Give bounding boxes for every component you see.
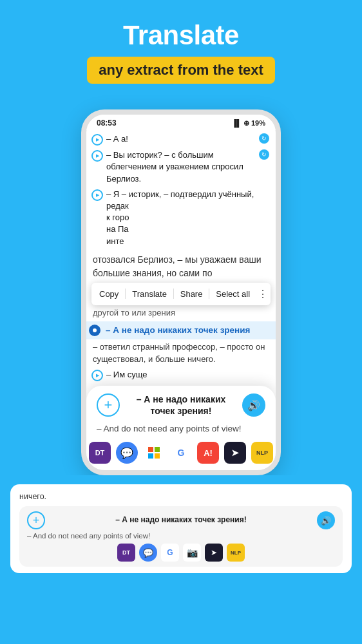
selection-handle-dot [93, 328, 97, 332]
bottom-app-icons: DT 💬 G 📷 ➤ NLP [27, 544, 335, 562]
av-label: A! [204, 448, 213, 458]
menu-separator-1 [125, 289, 126, 299]
play-button-3[interactable] [91, 189, 103, 201]
card-translation: – And do not need any points of view! [97, 421, 265, 439]
sync-icon-2[interactable]: ↻ [259, 149, 269, 160]
nlp-label: NLP [256, 450, 268, 456]
menu-separator-2 [173, 289, 174, 299]
status-time: 08:53 [97, 118, 117, 128]
app-icon-bubble[interactable]: 💬 [116, 442, 138, 464]
overlay-bg-text: отозвался Берлиоз, – мы уважаем ваши бол… [86, 252, 276, 281]
selected-text-block: – А не надо никаких точек зрения [86, 321, 276, 339]
bottom-card-secondary-text: ничего. [19, 491, 343, 504]
translate-menu-item[interactable]: Translate [127, 288, 172, 300]
selected-text: – А не надо никаких точек зрения [106, 325, 250, 335]
header-section: Translate any extract from the text [0, 0, 362, 94]
overlay-area: отозвался Берлиоз, – мы уважаем ваши бол… [86, 249, 276, 321]
app-icon-google[interactable]: G [170, 442, 192, 464]
list-item: – Я – историк, – подтвердил учённый, ред… [86, 187, 276, 249]
bottom-original-text: – А не надо никаких точек зрения! [50, 515, 312, 526]
app-icon-av[interactable]: A! [197, 442, 219, 464]
line-2-text: – Вы историк? – с большим облегчением и … [106, 149, 259, 185]
select-all-menu-item[interactable]: Select all [211, 288, 255, 300]
play-button-2[interactable] [91, 150, 103, 162]
divider-text: другой то или зрения [86, 307, 276, 319]
bottom-dt-icon[interactable]: DT [117, 544, 135, 562]
more-options-icon[interactable]: ⋮ [258, 288, 268, 300]
bottom-speaker-button[interactable]: 🔊 [317, 511, 335, 529]
bubble-icon: 💬 [120, 447, 133, 459]
speaker-icon: 🔊 [247, 399, 260, 412]
list-item: – Им суще [86, 367, 276, 383]
text-lines: – А а! ↻ – Вы историк? – с большим облег… [86, 130, 276, 249]
bottom-prompt-icon[interactable]: ➤ [205, 544, 223, 562]
menu-separator-3 [209, 289, 209, 299]
bottom-nlp-label: NLP [231, 550, 241, 556]
add-button[interactable]: + [97, 393, 120, 417]
bottom-dt-label: DT [122, 549, 130, 556]
app-icon-dt[interactable]: DT [89, 442, 111, 464]
subtitle-badge: any extract from the text [87, 57, 275, 84]
continued-text: – ответил странный профессор, – просто о… [86, 339, 276, 367]
status-icons: ▐▌ ⊕ 19% [231, 119, 265, 128]
app-icon-ms[interactable] [143, 442, 165, 464]
more-line-text: – Им суще [106, 369, 269, 381]
list-item: – А а! ↻ [86, 131, 276, 147]
dt-label: DT [95, 449, 105, 457]
ms-grid-icon [148, 447, 160, 459]
prompt-icon: ➤ [231, 448, 239, 458]
phone-mockup: 08:53 ▐▌ ⊕ 19% – А а! ↻ – Вы историк? – … [81, 109, 281, 475]
bottom-prompt-label: ➤ [211, 548, 217, 557]
selection-handle-left [89, 325, 100, 336]
list-item: – Вы историк? – с большим облегчением и … [86, 147, 276, 187]
bottom-section: ничего. + – А не надо никаких точек зрен… [0, 475, 362, 592]
play-button-1[interactable] [91, 134, 103, 146]
context-menu: Copy Translate Share Select all ⋮ [91, 283, 271, 305]
app-icon-nlp[interactable]: NLP [251, 442, 273, 464]
card-original-text: – А не надо никаких точек зрения! [126, 393, 236, 417]
bottom-nlp-icon[interactable]: NLP [227, 544, 245, 562]
signal-icon: ▐▌ [231, 119, 242, 127]
bottom-camera-icon[interactable]: 📷 [183, 544, 201, 562]
translation-card: + – А не надо никаких точек зрения! 🔊 – … [86, 386, 276, 470]
bottom-card: ничего. + – А не надо никаких точек зрен… [10, 484, 352, 573]
speaker-button[interactable]: 🔊 [242, 393, 265, 417]
bottom-mini-card: + – А не надо никаких точек зрения! 🔊 – … [19, 506, 343, 567]
copy-menu-item[interactable]: Copy [94, 288, 124, 300]
app-icons-row: DT 💬 G A! [97, 439, 265, 464]
bottom-mini-card-header: + – А не надо никаких точек зрения! 🔊 [27, 511, 335, 529]
line-1-text: – А а! [106, 133, 259, 145]
battery-text: 19% [251, 119, 265, 127]
card-header: + – А не надо никаких точек зрения! 🔊 [97, 393, 265, 417]
bottom-translated-text: – And do not need any points of view! [27, 532, 335, 540]
app-icon-prompt[interactable]: ➤ [224, 442, 246, 464]
bottom-google-icon[interactable]: G [161, 544, 179, 562]
sync-icon-1[interactable]: ↻ [259, 133, 269, 144]
bottom-google-label: G [167, 548, 173, 557]
bottom-add-button[interactable]: + [27, 511, 45, 529]
google-label: G [178, 448, 185, 458]
bottom-bubble-icon[interactable]: 💬 [139, 544, 157, 562]
status-bar: 08:53 ▐▌ ⊕ 19% [86, 115, 276, 130]
line-3-text: – Я – историк, – подтвердил учённый, ред… [106, 189, 269, 247]
play-button-4[interactable] [91, 370, 103, 381]
phone-wrapper: 08:53 ▐▌ ⊕ 19% – А а! ↻ – Вы историк? – … [0, 109, 362, 475]
wifi-icon: ⊕ [243, 119, 249, 128]
share-menu-item[interactable]: Share [175, 288, 208, 300]
main-title: Translate [13, 21, 349, 50]
camera-symbol: 📷 [187, 547, 198, 558]
